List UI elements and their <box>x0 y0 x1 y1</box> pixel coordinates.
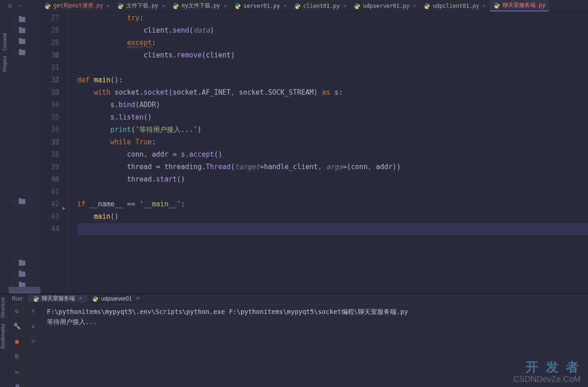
fold-marker-icon[interactable]: - <box>54 177 58 182</box>
folder-icon <box>19 28 25 33</box>
chevron-right-icon: › <box>12 39 17 44</box>
fold-marker-icon[interactable]: - <box>54 140 58 144</box>
python-icon <box>117 3 124 9</box>
run-label: Run: <box>9 296 28 302</box>
up-arrow-icon[interactable]: ↑ <box>28 306 39 316</box>
watermark-sub: CSDNDevZe.CoM <box>513 375 581 384</box>
left-tool-stripe: Commit Project <box>0 12 9 293</box>
line-number: 34 <box>40 99 59 111</box>
watermark-text: 开 发 者 <box>526 359 581 376</box>
output-line: 等待用户接入... <box>47 317 582 327</box>
close-icon[interactable]: ✕ <box>162 3 165 9</box>
folder-icon <box>19 17 25 22</box>
folder-icon <box>19 50 25 55</box>
line-number: 44 <box>40 223 59 235</box>
chevron-down-icon: ⌄ <box>12 199 17 204</box>
tab-client01[interactable]: client01.py ✕ <box>290 0 350 11</box>
run-output[interactable]: F:\pythonitems\mypyqt5\.env\Scripts\pyth… <box>41 303 588 387</box>
editor[interactable]: 27 28 29 30- 31 32- 33- 34 35 36 37- 38 … <box>40 12 588 293</box>
left-tool-stripe-bottom: Structure Bookmarks <box>0 295 9 387</box>
tab-my-file-download[interactable]: my文件下载.py ✕ <box>169 0 231 11</box>
python-icon <box>172 3 179 9</box>
editor-tabs: get和post请求.py ✕ 文件下载.py ✕ my文件下载.py ✕ se… <box>40 0 588 11</box>
close-icon[interactable]: ✕ <box>107 3 110 9</box>
stop-button[interactable]: ■ <box>12 336 22 346</box>
tab-get-post[interactable]: get和post请求.py ✕ <box>40 0 113 11</box>
line-number: 29 <box>40 37 59 49</box>
line-number: 27 <box>40 12 59 24</box>
down-arrow-icon[interactable]: ↓ <box>28 321 39 331</box>
tree-scrollbar-thumb[interactable] <box>9 287 40 294</box>
line-number: 31 <box>40 62 59 74</box>
folder-icon <box>19 272 25 277</box>
tree-item[interactable]: › <box>9 14 40 25</box>
chevron-down-icon: ⌄ <box>12 50 17 55</box>
python-icon <box>234 3 241 9</box>
run-tab-chatroom[interactable]: 聊天室服务端 ✕ <box>28 295 87 302</box>
run-tab-label: 聊天室服务端 <box>42 295 75 302</box>
tree-item[interactable]: › <box>9 257 40 268</box>
line-number: 35 <box>40 111 59 124</box>
line-number: 40- <box>40 173 59 186</box>
line-number: 36 <box>40 124 59 136</box>
tab-udpclient01[interactable]: udpclient01.py ✕ <box>420 0 490 11</box>
minimize-icon[interactable]: − <box>19 2 23 9</box>
close-icon[interactable]: ✕ <box>413 3 416 9</box>
run-tab-udpserver[interactable]: udpserver01 ✕ <box>87 295 144 302</box>
python-icon <box>44 3 51 9</box>
tab-label: 聊天室服务端.py <box>503 1 546 9</box>
panel-bookmarks[interactable]: Bookmarks <box>0 321 6 352</box>
code-area[interactable]: try: client.send(data) except: clients.r… <box>68 12 588 293</box>
line-number: 38 <box>40 148 59 161</box>
panel-commit[interactable]: Commit <box>2 30 7 53</box>
python-icon <box>294 3 300 9</box>
exit-button[interactable]: ⎘ <box>12 351 22 361</box>
close-icon[interactable]: ✕ <box>344 3 347 9</box>
output-line: F:\pythonitems\mypyqt5\.env\Scripts\pyth… <box>47 307 582 317</box>
panel-structure[interactable]: Structure <box>0 295 6 321</box>
chevron-right-icon: › <box>12 261 17 265</box>
settings-button[interactable]: 🔧 <box>12 321 22 331</box>
layout-button[interactable]: ▭ <box>12 366 22 376</box>
fold-marker-icon[interactable]: - <box>54 53 58 57</box>
tab-file-download[interactable]: 文件下载.py ✕ <box>113 0 169 11</box>
tree-item[interactable]: › <box>9 268 40 279</box>
close-icon[interactable]: ✕ <box>483 3 486 9</box>
folder-icon <box>19 39 25 44</box>
folder-icon <box>19 199 25 204</box>
line-number: 32- <box>40 74 59 86</box>
python-icon <box>493 2 500 9</box>
run-gutter-icon[interactable]: ▶ <box>62 202 65 214</box>
run-tab-label: udpserver01 <box>101 296 132 302</box>
close-icon[interactable]: ✕ <box>79 296 83 302</box>
gutter: 27 28 29 30- 31 32- 33- 34 35 36 37- 38 … <box>40 12 68 293</box>
rerun-button[interactable]: ↻ <box>12 306 22 316</box>
close-icon[interactable]: ✕ <box>136 296 140 302</box>
tab-server01[interactable]: server01.py ✕ <box>231 0 290 11</box>
tab-udpserver01[interactable]: udpserver01.py ✕ <box>350 0 420 11</box>
python-icon <box>424 3 430 9</box>
tree-item[interactable]: ⌄ <box>9 196 40 207</box>
line-number: 30- <box>40 49 59 62</box>
fold-marker-icon[interactable]: - <box>54 91 58 95</box>
panel-project[interactable]: Project <box>2 53 7 74</box>
gear-icon[interactable]: ⚙ <box>8 2 12 9</box>
tab-label: client01.py <box>303 3 339 9</box>
project-tree[interactable]: › › › ⌄ ⌄ › › <box>9 12 40 293</box>
tab-label: udpclient01.py <box>433 3 479 9</box>
close-icon[interactable]: ✕ <box>224 3 227 9</box>
run-panel: Structure Bookmarks Run: 聊天室服务端 ✕ udpser… <box>0 295 588 387</box>
line-number: 39 <box>40 161 59 173</box>
fold-marker-icon[interactable]: - <box>54 78 58 82</box>
tab-label: server01.py <box>243 3 280 9</box>
run-subtoolbar: ↑ ↓ ⏎ <box>25 303 41 387</box>
close-icon[interactable]: ✕ <box>283 3 287 9</box>
line-number: 37- <box>40 136 59 148</box>
print-button[interactable]: 🖶 <box>12 381 22 387</box>
tree-item[interactable]: › <box>9 36 40 47</box>
tree-item[interactable]: ⌄ <box>9 47 40 58</box>
soft-wrap-button[interactable]: ⏎ <box>28 336 39 346</box>
tab-chatroom-server[interactable]: 聊天室服务端.py <box>490 0 549 11</box>
tree-item[interactable]: › <box>9 25 40 36</box>
run-toolbar: ↻ 🔧 ■ ⎘ ▭ 🖶 <box>9 303 25 387</box>
